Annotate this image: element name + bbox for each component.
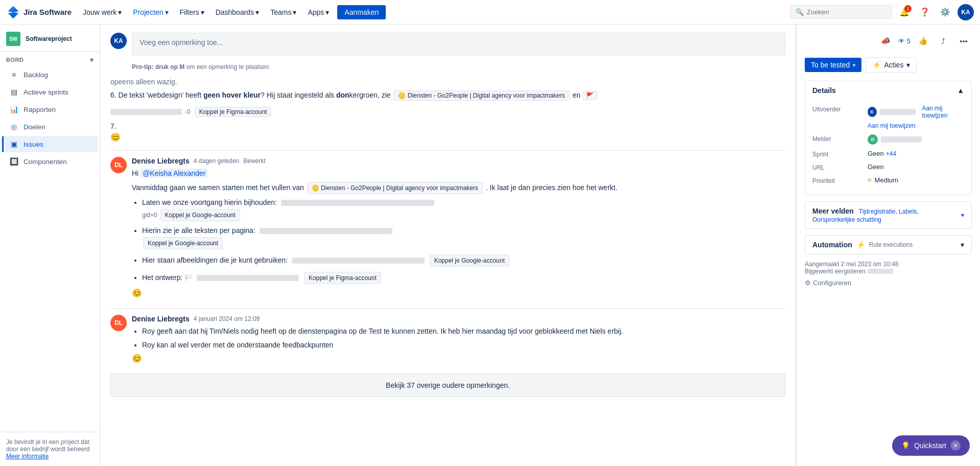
comment-6-wrapper: opeens alleen wazig. 6. De tekst 'webdes…: [110, 77, 785, 142]
bullet-2-2: Roy kan al wel verder met de onderstaand…: [142, 340, 785, 351]
denise-avatar-1: DL: [110, 157, 127, 173]
current-user-avatar: KA: [110, 33, 127, 49]
comment-text-1b: Vanmiddag gaan we samen starten met het …: [132, 181, 785, 195]
details-collapse-icon: ▲: [957, 86, 964, 95]
nav-projecten[interactable]: Projecten ▾: [128, 5, 173, 19]
status-button[interactable]: To be tested ▾: [805, 58, 861, 72]
sidebar-section-label: Bord: [6, 57, 24, 63]
more-icon-btn[interactable]: •••: [955, 33, 972, 49]
comment-6-flag: 🚩: [582, 91, 597, 100]
automation-header[interactable]: Automation ⚡ Rule executions ▾: [805, 236, 971, 254]
configure-row[interactable]: ⚙ Configureren: [805, 279, 972, 287]
sidebar-item-componenten[interactable]: 🔲 Componenten: [2, 153, 98, 170]
nav-dashboards[interactable]: Dashboards ▾: [211, 5, 265, 19]
quickstart-button[interactable]: 💡 Quickstart ✕: [892, 435, 970, 456]
comment-input[interactable]: Voeg een opmerking toe...: [132, 33, 785, 55]
google-badge-1[interactable]: Koppel je Google-account: [160, 209, 240, 221]
diensten-link-1[interactable]: 🪙 Diensten - Go2People | Digital agency …: [393, 90, 569, 101]
more-info-link[interactable]: Meer informatie: [6, 453, 49, 460]
actions-chevron-icon: ▾: [906, 61, 910, 69]
figma-badge-1[interactable]: Koppel je Figma-account: [195, 107, 272, 117]
notifications-button[interactable]: 🔔 1: [896, 4, 913, 20]
blurred-link-b2: [260, 228, 392, 234]
main-layout: SW Softwareproject Bord ▾ ≡ Backlog ▤ Ac…: [0, 25, 980, 466]
sidebar-chevron-icon[interactable]: ▾: [90, 56, 94, 64]
google-badge-2[interactable]: Koppel je Google-account: [143, 237, 223, 249]
sidebar-item-rapporten-label: Rapporten: [24, 106, 56, 113]
sidebar-footer: Je bevindt je in een project dat door ee…: [0, 432, 100, 466]
comment-input-row: KA Voeg een opmerking toe...: [110, 33, 785, 55]
rapporten-icon: 📊: [9, 105, 18, 114]
assign-me-link[interactable]: Aan mij toewijzen: [868, 122, 915, 129]
project-name: Softwareproject: [26, 35, 72, 42]
sidebar-item-backlog[interactable]: ≡ Backlog: [2, 66, 98, 83]
uitvoerder-row: Uitvoerder K Aan mij toewijzen: [812, 105, 964, 119]
assign-link[interactable]: Aan mij toewijzen: [922, 105, 964, 119]
google-badge-3[interactable]: Koppel je Google-account: [430, 254, 509, 267]
sidebar-item-rapporten[interactable]: 📊 Rapporten: [2, 101, 98, 118]
search-icon: 🔍: [796, 8, 804, 16]
figma-badge-2[interactable]: Koppel je Figma-account: [304, 272, 381, 284]
help-button[interactable]: ❓: [917, 4, 933, 20]
comment-list-2: Roy geeft aan dat hij Tim/Niels nodig he…: [132, 326, 785, 351]
older-comments-button[interactable]: Bekijk 37 overige oudere opmerkingen.: [110, 374, 785, 397]
comment-list-1: Laten we onze voortgang hierin bijhouden…: [132, 197, 785, 285]
sprint-none: Geen: [868, 150, 884, 157]
nav-jouw-werk-label: Jouw werk: [83, 8, 116, 16]
gid-text: gid=0: [142, 212, 157, 219]
search-input[interactable]: [807, 8, 886, 16]
like-icon-btn[interactable]: 👍: [915, 33, 931, 49]
comment-6-empty-number: 7.: [110, 122, 785, 130]
sprint-more[interactable]: +44: [886, 150, 896, 157]
actions-button[interactable]: ⚡ Acties ▾: [866, 57, 917, 73]
quickstart-close-button[interactable]: ✕: [950, 440, 961, 451]
bullet-2: Hierin zie je alle teksten per pagina: K…: [142, 225, 785, 250]
melder-value: D: [868, 134, 964, 145]
status-bar: To be tested ▾ ⚡ Acties ▾: [805, 57, 972, 73]
comment-6-text: opeens alleen wazig.: [110, 77, 785, 87]
details-section: Details ▲ Uitvoerder K Aan mij toewijzen: [805, 81, 972, 195]
settings-button[interactable]: ⚙️: [937, 4, 953, 20]
project-icon: SW: [6, 32, 20, 46]
prioriteit-row: Prioriteit ≡ Medium: [812, 176, 964, 184]
details-header[interactable]: Details ▲: [805, 81, 971, 100]
nav-jouw-werk[interactable]: Jouw werk ▾: [78, 5, 127, 19]
figma-icon: 🏳️: [184, 274, 193, 282]
nav-teams[interactable]: Teams ▾: [265, 5, 301, 19]
diensten-link-2[interactable]: 🪙 Diensten - Go2People | Digital agency …: [307, 182, 483, 194]
more-fields-header[interactable]: Meer velden Tijdregistratie, Labels, Oor…: [805, 202, 971, 228]
prioriteit-label: Prioriteit: [812, 176, 864, 184]
nav-dashboards-arrow: ▾: [255, 8, 259, 16]
nav-filters[interactable]: Filters ▾: [175, 5, 209, 19]
user-avatar[interactable]: KA: [958, 4, 974, 20]
share-icon-btn[interactable]: ⤴: [935, 33, 951, 49]
url-row: URL Geen: [812, 163, 964, 171]
emoji-button-1[interactable]: 😊: [110, 132, 785, 142]
watchers-count[interactable]: 👁 5: [898, 37, 911, 45]
denise-avatar-2: DL: [110, 315, 127, 331]
nav-apps[interactable]: Apps ▾: [302, 5, 334, 19]
emoji-button-3[interactable]: 😊: [132, 354, 785, 363]
create-button[interactable]: Aanmaken: [337, 5, 386, 19]
comment-area: KA Voeg een opmerking toe... Pro-tip: dr…: [100, 25, 796, 466]
comment-time-2: 4 januari 2024 om 12:09: [194, 315, 260, 322]
search-box[interactable]: 🔍: [790, 5, 892, 19]
watchers-number: 5: [907, 37, 911, 45]
comment-6-body: De tekst 'webdesign' heeft geen hover kl…: [119, 91, 393, 99]
sidebar-item-doelen[interactable]: ◎ Doelen: [2, 119, 98, 135]
topnav-logo[interactable]: Jira Software: [6, 5, 72, 19]
separator-1: [110, 150, 785, 151]
sidebar-item-active-sprints[interactable]: ▤ Actieve sprints: [2, 84, 98, 100]
sidebar-item-backlog-label: Backlog: [24, 71, 48, 79]
comment-denise-2-body: Denise Liebregts 4 januari 2024 om 12:09…: [132, 315, 785, 363]
blurred-link-6: [110, 109, 182, 115]
comment-author-1: Denise Liebregts: [132, 157, 190, 165]
panel-icons: 📣 👁 5 👍 ⤴ •••: [805, 33, 972, 49]
nav-apps-arrow: ▾: [325, 8, 329, 16]
sidebar-item-issues[interactable]: ▣ Issues: [2, 136, 98, 152]
mention-keisha[interactable]: @Keisha Alexander: [141, 169, 207, 178]
sprint-row: Sprint Geen +44: [812, 150, 964, 158]
emoji-button-2[interactable]: 😊: [132, 288, 785, 298]
announce-icon-btn[interactable]: 📣: [878, 33, 894, 49]
prioriteit-value: ≡ Medium: [868, 176, 964, 184]
